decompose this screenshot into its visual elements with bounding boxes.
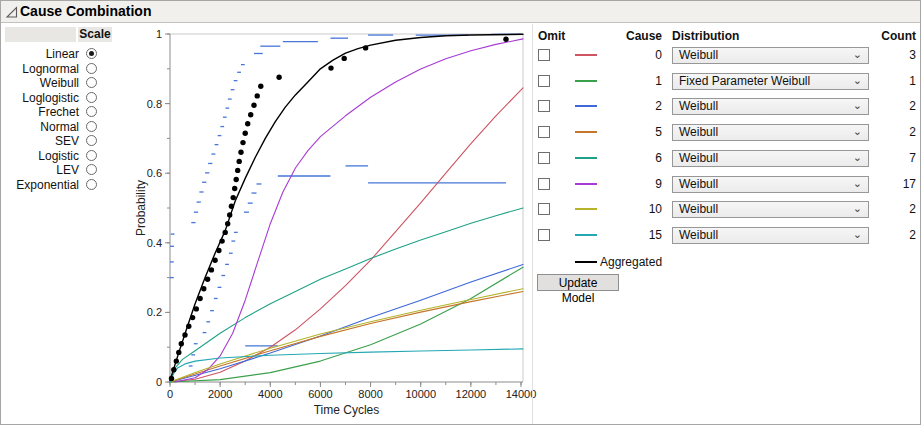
cause-count: 2 [861,202,916,216]
cause-count: 2 [861,99,916,113]
cause-row-9: 9Weibull⌄17 [532,176,921,201]
distribution-select-cause-10[interactable]: Weibull⌄ [672,201,869,218]
scale-option-sev[interactable]: SEV [5,134,113,148]
aggregated-label: Aggregated [600,254,662,270]
radio-button-loglogistic[interactable] [86,92,97,103]
radio-button-linear[interactable] [86,48,97,59]
cause-color-swatch [575,208,597,210]
svg-text:8000: 8000 [358,388,382,400]
svg-text:0: 0 [156,376,162,388]
plot-canvas: 0200040006000800010000120001400000.20.40… [135,25,537,423]
x-axis-title: Time Cycles [314,403,380,417]
scale-option-weibull[interactable]: Weibull [5,76,113,90]
cause-color-swatch [575,234,597,236]
cause-row-2: 2Weibull⌄2 [532,98,921,123]
scale-option-normal[interactable]: Normal [5,120,113,134]
distribution-selected-value: Weibull [679,151,718,165]
disclosure-triangle-icon[interactable] [5,6,18,19]
omit-checkbox-cause-6[interactable] [538,152,550,164]
omit-checkbox-cause-10[interactable] [538,203,550,215]
distribution-select-cause-6[interactable]: Weibull⌄ [672,150,869,167]
omit-checkbox-cause-5[interactable] [538,126,550,138]
cause-number: 2 [602,99,662,113]
distribution-select-cause-0[interactable]: Weibull⌄ [672,47,869,64]
scale-option-label: Lognormal [5,62,79,76]
distribution-selected-value: Weibull [679,228,718,242]
distribution-select-cause-2[interactable]: Weibull⌄ [672,98,869,115]
cause-number: 15 [602,228,662,242]
scale-option-lev[interactable]: LEV [5,163,113,177]
cause-row-1: 1Fixed Parameter Weibull⌄1 [532,73,921,98]
panel-title: Cause Combination [20,3,151,19]
scale-option-label: Weibull [5,76,79,90]
scale-option-frechet[interactable]: Frechet [5,105,113,119]
radio-button-lognormal[interactable] [86,63,97,74]
svg-text:10000: 10000 [405,388,436,400]
svg-text:2000: 2000 [208,388,232,400]
scale-table-blank-header [5,27,76,42]
cause-row-6: 6Weibull⌄7 [532,150,921,175]
cause-number: 0 [602,48,662,62]
radio-button-normal[interactable] [86,121,97,132]
cause-color-swatch [575,105,597,107]
scale-option-logistic[interactable]: Logistic [5,149,113,163]
omit-column-header: Omit [538,29,565,43]
scale-option-label: Normal [5,120,79,134]
aggregated-color-swatch [575,261,597,263]
svg-text:6000: 6000 [308,388,332,400]
cause-count: 1 [861,74,916,88]
aggregated-legend-row: Aggregated [532,254,732,270]
update-model-button[interactable]: Update Model [537,274,619,291]
distribution-select-cause-5[interactable]: Weibull⌄ [672,124,869,141]
omit-checkbox-cause-2[interactable] [538,100,550,112]
cause-color-swatch [575,80,597,82]
cause-color-swatch [575,157,597,159]
scale-option-label: Frechet [5,105,79,119]
cause-number: 6 [602,151,662,165]
scale-option-lognormal[interactable]: Lognormal [5,62,113,76]
omit-checkbox-cause-9[interactable] [538,178,550,190]
distribution-selected-value: Weibull [679,125,718,139]
radio-button-lev[interactable] [86,164,97,175]
distribution-select-cause-15[interactable]: Weibull⌄ [672,227,869,244]
scale-option-label: Linear [5,47,79,61]
svg-text:0: 0 [167,388,173,400]
scale-option-label: SEV [5,134,79,148]
cause-2-curve [170,264,523,382]
cause-count: 2 [861,228,916,242]
cause-color-swatch [575,54,597,56]
svg-text:0.8: 0.8 [147,98,162,110]
count-column-header: Count [861,29,916,43]
omit-checkbox-cause-1[interactable] [538,75,550,87]
cause-count: 2 [861,125,916,139]
radio-button-frechet[interactable] [86,106,97,117]
distribution-select-cause-9[interactable]: Weibull⌄ [672,176,869,193]
cause-color-swatch [575,131,597,133]
radio-button-sev[interactable] [86,135,97,146]
svg-text:0.4: 0.4 [147,237,162,249]
radio-button-exponential[interactable] [86,179,97,190]
cause-color-swatch [575,183,597,185]
scale-option-exponential[interactable]: Exponential [5,178,113,192]
omit-checkbox-cause-15[interactable] [538,229,550,241]
scale-option-label: Exponential [5,178,79,192]
cause-number: 5 [602,125,662,139]
aggregated-curve [170,34,523,380]
scale-option-label: Loglogistic [5,91,79,105]
cause-row-5: 5Weibull⌄2 [532,124,921,149]
distribution-selected-value: Weibull [679,99,718,113]
distribution-select-cause-1[interactable]: Fixed Parameter Weibull⌄ [672,73,869,90]
scale-option-loglogistic[interactable]: Loglogistic [5,91,113,105]
distribution-selected-value: Weibull [679,177,718,191]
radio-button-weibull[interactable] [86,77,97,88]
confidence-interval-segments [170,34,521,366]
omit-checkbox-cause-0[interactable] [538,49,550,61]
cause-number: 9 [602,177,662,191]
cause-column-header: Cause [602,29,662,43]
cause-number: 1 [602,74,662,88]
scale-option-linear[interactable]: Linear [5,47,113,61]
scale-column-header: Scale [78,27,112,42]
radio-button-logistic[interactable] [86,150,97,161]
cause-number: 10 [602,202,662,216]
scale-option-label: LEV [5,163,79,177]
